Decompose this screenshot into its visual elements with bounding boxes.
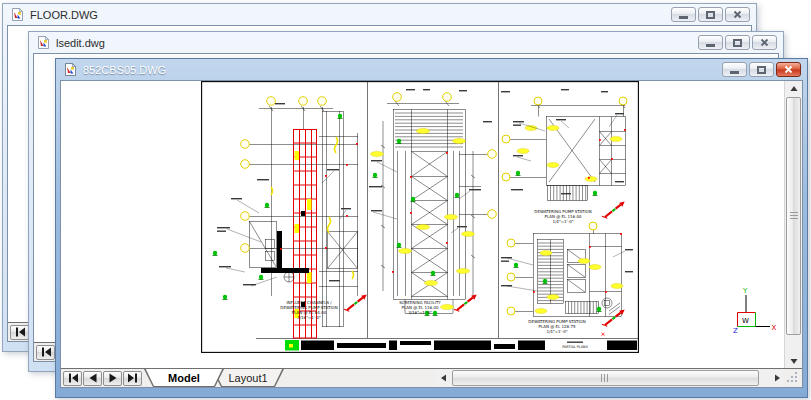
svg-text:3/16"=1'-0": 3/16"=1'-0" [297,315,321,320]
tab-layout1[interactable]: Layout1 [212,369,284,387]
titlebar-floor[interactable]: FLOOR.DWG [7,4,752,25]
tab-prev-button[interactable] [83,371,102,386]
tab-first-icon [14,327,26,337]
tab-first-icon [67,373,79,383]
dwg-document-icon [10,7,25,22]
titlebar-lsedit[interactable]: lsedit.dwg [33,32,779,53]
window-title: lsedit.dwg [56,37,105,49]
minimize-button[interactable] [698,35,723,50]
horizontal-scrollbar[interactable] [436,369,784,387]
tab-next-icon [107,373,119,383]
minimize-icon [679,16,688,19]
tab-first-button[interactable] [10,325,29,340]
maximize-icon [733,39,742,47]
scroll-right-button[interactable] [769,369,784,387]
highlight-marks [535,251,623,314]
scroll-left-icon [440,374,448,382]
close-button[interactable] [725,7,750,22]
plan-title-pump-lower: DEWATERING PUMP STATION PLAN @ EL 128.75… [528,319,585,334]
tab-first-button[interactable] [63,371,82,386]
tab-first-button[interactable] [36,345,55,360]
ucs-icon: Y W X Z [733,285,779,335]
maximize-icon [757,66,766,74]
resize-grip[interactable] [784,369,802,387]
minimize-icon [730,71,739,74]
title-block-label: PARTIAL PLANS [562,345,588,349]
window-title: FLOOR.DWG [30,9,98,21]
close-button[interactable] [752,35,777,50]
plan-title-influent: INFLUENT CHANNELS / DEWATERING PUMP STAT… [280,300,337,320]
close-icon [733,10,742,19]
scroll-up-icon [790,85,798,93]
dwg-document-icon [36,35,51,50]
close-icon [760,38,769,47]
titlebar-852cbs05[interactable]: 852CBS05.DWG [60,59,803,80]
maximize-button[interactable] [725,35,750,50]
tab-last-button[interactable] [123,371,142,386]
tab-model[interactable]: Model [144,369,224,387]
grid-bubbles [241,97,327,253]
svg-text:3/16"=1'-0": 3/16"=1'-0" [408,310,432,315]
grid-bubbles [502,97,627,181]
scroll-down-icon [790,357,798,365]
maximize-button[interactable] [749,62,774,77]
minimize-button[interactable] [722,62,747,77]
svg-text:X: X [772,324,777,332]
highlight-marks [371,128,475,309]
tab-last-icon [127,373,139,383]
plan-title-pump-upper: DEWATERING PUMP STATION PLAN @ EL 116.00… [534,209,591,224]
window-title: 852CBS05.DWG [83,64,166,76]
svg-text:1/4"=1'-0": 1/4"=1'-0" [546,329,567,334]
tab-next-button[interactable] [103,371,122,386]
scroll-right-icon [773,374,781,382]
svg-text:W: W [742,317,749,325]
maximize-button[interactable] [698,7,723,22]
tab-prev-icon [87,373,99,383]
close-button[interactable] [776,62,801,77]
minimize-button[interactable] [671,7,696,22]
resize-grip-icon [787,380,789,382]
svg-text:1/4"=1'-0": 1/4"=1'-0" [552,219,573,224]
vertical-scrollbar[interactable] [784,81,802,368]
scroll-left-button[interactable] [436,369,451,387]
maximize-icon [706,11,715,19]
scroll-up-button[interactable] [785,81,802,96]
svg-text:Z: Z [733,327,738,335]
minimize-icon [706,44,715,47]
grid-bubbles [393,93,497,219]
svg-text:Y: Y [742,287,748,295]
dwg-document-icon [63,62,78,77]
scroll-down-button[interactable] [785,353,802,368]
layout-tab-bar: Model Layout1 [61,368,802,387]
highlight-marks [517,126,622,182]
drawing-sheet: PARTIAL PLANS [201,81,639,353]
plan-pump-station-lower [515,229,622,317]
horizontal-scroll-thumb[interactable] [452,370,759,386]
tab-first-icon [40,347,52,357]
close-icon [784,65,793,74]
vertical-scroll-thumb[interactable] [786,97,801,335]
drawing-canvas[interactable]: PARTIAL PLANS [61,81,784,368]
window-852cbs05[interactable]: 852CBS05.DWG [55,58,808,398]
